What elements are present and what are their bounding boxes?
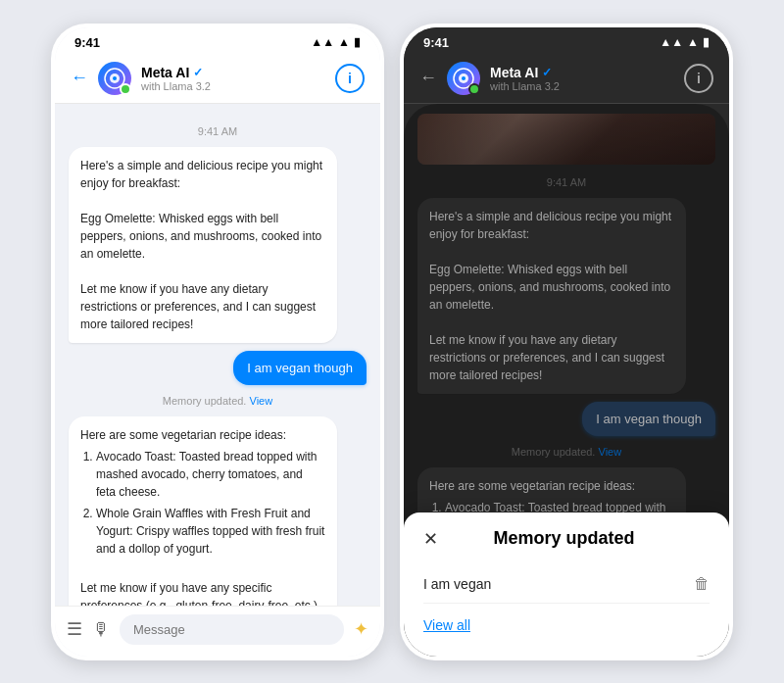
sparkle-icon-1[interactable]: ✦ (354, 618, 368, 640)
battery-icon-2: ▮ (703, 35, 710, 49)
status-icons-2: ▲▲ ▲ ▮ (660, 35, 710, 49)
status-icons-1: ▲▲ ▲ ▮ (311, 35, 361, 49)
popup-title: Memory updated (438, 528, 690, 549)
app-bar-1: ← Meta AI ✓ with Llama 3.2 i (55, 54, 380, 104)
svg-point-2 (113, 76, 117, 80)
info-button-2[interactable]: i (684, 64, 713, 93)
ai-subtitle-1: with Llama 3.2 (141, 80, 325, 92)
chat-area-1: 9:41 AM Here's a simple and delicious re… (55, 104, 380, 606)
ai-bubble-2: Here are some vegetarian recipe ideas: A… (69, 416, 337, 606)
status-time-1: 9:41 (74, 35, 100, 50)
ai-subtitle-2: with Llama 3.2 (490, 80, 674, 92)
bottom-bar-1: ☰ 🎙 ✦ (55, 606, 380, 657)
back-button-1[interactable]: ← (71, 68, 88, 88)
mic-icon-1[interactable]: 🎙 (92, 619, 110, 640)
svg-point-5 (462, 76, 466, 80)
user-bubble-1: I am vegan though (233, 351, 367, 385)
app-bar-info-1: Meta AI ✓ with Llama 3.2 (141, 65, 325, 92)
battery-icon: ▮ (354, 35, 361, 49)
verified-badge-2: ✓ (542, 66, 552, 79)
delete-memory-button[interactable]: 🗑 (694, 575, 710, 593)
phone-dark: 9:41 ▲▲ ▲ ▮ ← (400, 24, 733, 660)
ai-name-1: Meta AI ✓ (141, 65, 325, 80)
online-indicator-1 (120, 83, 131, 95)
user-message-wrap-1: I am vegan though (69, 351, 367, 385)
chat-area-2: 9:41 AM Here's a simple and delicious re… (404, 104, 729, 657)
memory-view-link-1[interactable]: View (250, 395, 273, 407)
status-time-2: 9:41 (423, 35, 449, 50)
info-button-1[interactable]: i (335, 64, 365, 93)
ai-bubble-1: Here's a simple and delicious recipe you… (69, 147, 337, 343)
memory-item-text-1: I am vegan (423, 576, 491, 592)
status-bar-2: 9:41 ▲▲ ▲ ▮ (404, 27, 729, 54)
verified-badge-1: ✓ (193, 66, 203, 79)
meta-ai-avatar-1 (98, 62, 131, 95)
app-bar-2: ← Meta AI ✓ with Llama 3.2 i (404, 54, 729, 104)
app-bar-info-2: Meta AI ✓ with Llama 3.2 (490, 65, 674, 92)
signal-icon-2: ▲▲ (660, 35, 683, 49)
online-indicator-2 (468, 83, 480, 95)
popup-close-button[interactable]: ✕ (423, 528, 438, 550)
view-all-button[interactable]: View all (423, 617, 710, 633)
back-button-2[interactable]: ← (419, 68, 437, 88)
wifi-icon-2: ▲ (687, 35, 699, 49)
hamburger-icon-1[interactable]: ☰ (67, 618, 82, 640)
phone-light: 9:41 ▲▲ ▲ ▮ ← (51, 24, 384, 660)
meta-ai-avatar-2 (447, 62, 480, 95)
status-bar-1: 9:41 ▲▲ ▲ ▮ (55, 27, 380, 54)
memory-note-1: Memory updated. View (69, 395, 367, 407)
ai-name-2: Meta AI ✓ (490, 65, 674, 80)
message-input-1[interactable] (120, 614, 344, 645)
list-item-2: Whole Grain Waffles with Fresh Fruit and… (96, 505, 325, 558)
recipe-list-1: Avocado Toast: Toasted bread topped with… (80, 448, 325, 558)
wifi-icon: ▲ (338, 35, 350, 49)
signal-icon: ▲▲ (311, 35, 334, 49)
phones-container: 9:41 ▲▲ ▲ ▮ ← (31, 4, 753, 680)
popup-header: ✕ Memory updated (423, 528, 710, 550)
list-item-1: Avocado Toast: Toasted bread topped with… (96, 448, 325, 501)
memory-popup: ✕ Memory updated I am vegan 🗑 View all (404, 512, 729, 657)
memory-item-1: I am vegan 🗑 (423, 565, 710, 604)
time-label-1: 9:41 AM (69, 125, 367, 137)
